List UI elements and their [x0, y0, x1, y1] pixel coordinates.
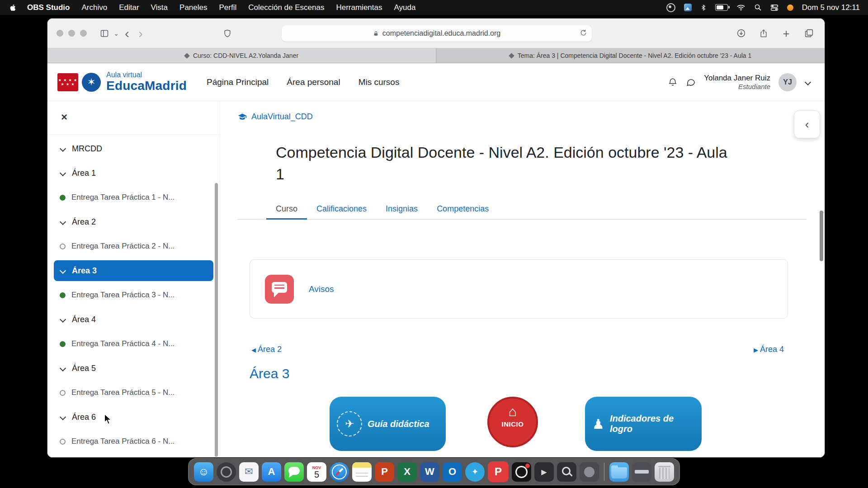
menu-ayuda[interactable]: Ayuda [389, 3, 421, 12]
dock-icon-gimp[interactable] [580, 462, 599, 482]
next-section-link[interactable]: ▶Área 4 [752, 345, 784, 354]
sidebar-item-tarea-6[interactable]: Entrega Tarea Práctica 6 - N... [54, 429, 213, 454]
menu-coleccion-escenas[interactable]: Colección de Escenas [243, 3, 330, 12]
dock-icon-calendar[interactable]: nov 5 [307, 462, 326, 482]
sidebar-item-area-4[interactable]: Área 4 [54, 307, 213, 332]
close-drawer-button[interactable]: × [58, 111, 70, 123]
menubar-app-name[interactable]: OBS Studio [22, 3, 75, 12]
dock-icon-p-red[interactable]: P [488, 461, 509, 482]
bluetooth-icon[interactable] [700, 4, 707, 12]
address-bar[interactable]: competenciadigital.educa.madrid.org [282, 25, 592, 42]
tab-competencias[interactable]: Competencias [427, 198, 498, 219]
new-tab-icon[interactable]: + [778, 27, 794, 40]
browser-tab-curso[interactable]: Curso: CDD-NIVEL A2.Yolanda Janer [47, 48, 436, 63]
dock-icon-obs-studio[interactable] [512, 462, 531, 482]
dock-icon-safari[interactable] [330, 462, 349, 482]
close-window-button[interactable] [57, 30, 63, 37]
drawer-scrollbar[interactable] [215, 183, 218, 457]
dock-icon-app-store[interactable]: A [262, 462, 281, 482]
dock-icon-messages[interactable] [284, 462, 304, 482]
dock-icon-word[interactable]: W [420, 462, 439, 482]
sidebar-item-area-3[interactable]: Área 3 [54, 260, 213, 281]
chevron-down-icon[interactable] [60, 365, 66, 371]
sidebar-item-tarea-5[interactable]: Entrega Tarea Práctica 5 - N... [54, 380, 213, 405]
dock-icon-quicktime[interactable]: ▶ [534, 462, 554, 482]
sidebar-item-area-2[interactable]: Área 2 [54, 210, 213, 234]
sidebar-item-mrcdd[interactable]: MRCDD [54, 136, 213, 161]
tabs-overview-icon[interactable] [801, 27, 816, 40]
avisos-link[interactable]: Avisos [309, 284, 334, 294]
user-menu-chevron-icon[interactable] [805, 79, 811, 85]
dock-icon-trash[interactable] [655, 462, 674, 482]
tile-inicio[interactable]: ⌂ INICIO [487, 397, 538, 447]
menu-editar[interactable]: Editar [113, 3, 144, 12]
notifications-bell-icon[interactable] [668, 77, 678, 87]
control-center-icon[interactable] [770, 4, 778, 12]
brand-text[interactable]: Aula virtual EducaMadrid [106, 71, 187, 92]
browser-tab-tema-area3[interactable]: Tema: Área 3 | Competencia Digital Docen… [436, 48, 825, 63]
dock-icon-outlook[interactable]: O [443, 462, 462, 482]
gallery-icon[interactable] [684, 4, 692, 11]
menu-herramientas[interactable]: Herramientas [330, 3, 387, 12]
presence-dot-icon[interactable] [787, 5, 793, 11]
dock-icon-compass[interactable]: ✦ [465, 462, 485, 482]
chevron-down-icon[interactable] [60, 170, 66, 176]
tile-indicadores-logro[interactable]: ♟ Indicadores de logro [585, 397, 702, 451]
sidebar-item-area-6[interactable]: Área 6 [54, 405, 213, 429]
share-icon[interactable] [756, 27, 771, 40]
dock-icon-finder[interactable]: ☺ [194, 462, 213, 482]
dock-icon-mail[interactable]: ✉ [239, 462, 259, 482]
zoom-window-button[interactable] [80, 30, 87, 37]
breadcrumb-link[interactable]: AulaVirtual_CDD [251, 112, 313, 122]
messages-bubble-icon[interactable] [686, 77, 696, 87]
menubar-clock[interactable]: Dom 5 nov 12:11 [802, 3, 860, 12]
dock-icon-powerpoint[interactable]: P [375, 462, 394, 482]
dock-icon-drive[interactable] [632, 462, 651, 482]
tab-insignias[interactable]: Insignias [376, 198, 427, 219]
sidebar-item-area-5[interactable]: Área 5 [54, 356, 213, 380]
chevron-down-icon[interactable] [60, 267, 66, 274]
sidebar-item-tarea-2[interactable]: Entrega Tarea Práctica 2 - N... [54, 234, 213, 258]
sidebar-item-area-1[interactable]: Área 1 [54, 161, 213, 185]
nav-pagina-principal[interactable]: Página Principal [207, 77, 269, 87]
page-scrollbar[interactable] [820, 211, 823, 261]
downloads-icon[interactable] [733, 27, 749, 40]
forward-button[interactable]: › [134, 28, 147, 39]
sidebar-item-tarea-4[interactable]: Entrega Tarea Práctica 4 - N... [54, 332, 213, 356]
menu-archivo[interactable]: Archivo [76, 3, 113, 12]
battery-icon[interactable] [715, 4, 728, 11]
prev-section-link[interactable]: ◀Área 2 [250, 345, 282, 354]
menu-vista[interactable]: Vista [146, 3, 174, 12]
dock-icon-screen-search[interactable] [557, 462, 576, 482]
wifi-icon[interactable] [736, 4, 745, 11]
sidebar-item-tarea-3[interactable]: Entrega Tarea Práctica 3 - N... [54, 283, 213, 307]
educamadrid-crest-logo[interactable]: ✶ [82, 73, 101, 92]
tab-curso[interactable]: Curso [266, 198, 307, 219]
dock-icon-camera[interactable] [217, 462, 236, 482]
minimize-window-button[interactable] [68, 30, 75, 37]
sidebar-chevron-icon[interactable]: ⌄ [112, 27, 120, 40]
tile-guia-didactica[interactable]: ✈ Guía didáctica [330, 397, 446, 451]
chevron-down-icon[interactable] [60, 414, 66, 420]
tab-calificaciones[interactable]: Calificaciones [307, 198, 376, 219]
dock-icon-folder[interactable] [609, 462, 629, 482]
chevron-down-icon[interactable] [60, 145, 66, 152]
back-button[interactable]: ‹ [120, 28, 134, 39]
record-circle-icon[interactable] [666, 3, 675, 12]
dock-icon-notes[interactable] [352, 462, 372, 482]
privacy-shield-icon[interactable] [220, 27, 235, 40]
reload-icon[interactable] [580, 29, 587, 37]
apple-menu-icon[interactable] [9, 4, 17, 12]
sidebar-toggle-icon[interactable] [97, 27, 112, 40]
madrid-flag-logo[interactable]: ★ ★ ★ ★ ★ ★ ★ [57, 73, 78, 91]
nav-mis-cursos[interactable]: Mis cursos [359, 77, 400, 87]
menu-perfil[interactable]: Perfil [214, 3, 242, 12]
dock-icon-excel[interactable]: X [397, 462, 417, 482]
spotlight-icon[interactable] [754, 4, 762, 11]
avatar[interactable]: YJ [778, 73, 797, 91]
chevron-down-icon[interactable] [60, 219, 66, 225]
chevron-down-icon[interactable] [60, 316, 66, 323]
menu-paneles[interactable]: Paneles [174, 3, 212, 12]
sidebar-item-tarea-1[interactable]: Entrega Tarea Práctica 1 - N... [54, 185, 213, 210]
collapse-drawer-button[interactable]: ‹ [794, 110, 820, 138]
